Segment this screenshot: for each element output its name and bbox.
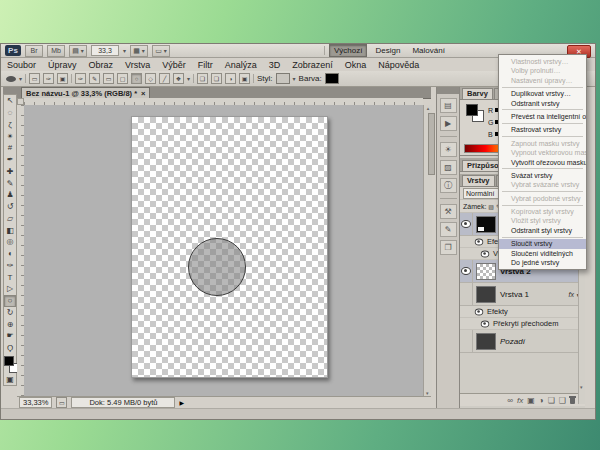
- ellipse-shape-tool[interactable]: ○: [4, 295, 16, 307]
- menu-3d[interactable]: 3D: [263, 60, 287, 70]
- dock-tool-presets-icon[interactable]: ⚒: [440, 204, 457, 219]
- menu-vyber[interactable]: Výběr: [156, 60, 192, 70]
- layer-thumbnail[interactable]: [476, 216, 496, 233]
- exclude-shape-icon[interactable]: ▣: [239, 73, 250, 84]
- menu-obraz[interactable]: Obraz: [83, 60, 120, 70]
- magic-wand-tool[interactable]: ✴: [4, 130, 16, 142]
- dock-info-icon[interactable]: ⓘ: [440, 178, 457, 193]
- menu-okna[interactable]: Okna: [339, 60, 373, 70]
- mini-bridge-button[interactable]: Mb: [47, 45, 65, 57]
- menu-item-svazat-vrstvy[interactable]: Svázat vrstvy: [499, 171, 586, 180]
- tool-preset-dropdown-icon[interactable]: ▾: [19, 75, 22, 82]
- fill-pixels-mode-icon[interactable]: ▣: [57, 73, 68, 84]
- menu-item-slouceni-viditelnych[interactable]: Sloučení viditelných: [499, 249, 586, 258]
- crop-tool[interactable]: #: [4, 142, 16, 154]
- scroll-up-icon[interactable]: ▴: [427, 105, 430, 111]
- polygon-tool-icon[interactable]: ◇: [145, 73, 156, 84]
- eyedropper-tool[interactable]: ✒: [4, 154, 16, 166]
- layer-name[interactable]: Pozadí: [500, 337, 525, 346]
- eye-icon[interactable]: [481, 250, 490, 257]
- menu-filtr[interactable]: Filtr: [192, 60, 219, 70]
- screen-mode-button[interactable]: ▭ ▾: [152, 45, 170, 57]
- move-tool[interactable]: ↖: [4, 95, 16, 107]
- eye-icon[interactable]: [475, 238, 484, 245]
- eye-icon[interactable]: [481, 320, 490, 327]
- healing-brush-tool[interactable]: ✚: [4, 166, 16, 178]
- menu-item-prevest-na-inteligentni-objekt[interactable]: Převést na inteligentní objekt: [499, 112, 586, 121]
- shape-dropdown-icon[interactable]: ▾: [187, 75, 190, 82]
- style-swatch[interactable]: [276, 73, 290, 84]
- style-dropdown-icon[interactable]: ▾: [293, 75, 296, 82]
- menu-zobrazeni[interactable]: Zobrazení: [286, 60, 339, 70]
- effects-header-row[interactable]: Efekty: [460, 306, 585, 318]
- ellipse-tool-icon[interactable]: ○: [131, 73, 142, 84]
- workspace-malovani-button[interactable]: Malování: [408, 45, 448, 56]
- workspace-design-button[interactable]: Design: [371, 45, 404, 56]
- rounded-rectangle-tool-icon[interactable]: ▢: [117, 73, 128, 84]
- dock-grip[interactable]: [437, 87, 459, 94]
- menu-item-sloucit-vrstvy[interactable]: Sloučit vrstvy: [499, 239, 586, 248]
- subtract-from-shape-icon[interactable]: ❏: [211, 73, 222, 84]
- foreground-swatch[interactable]: [466, 104, 478, 116]
- menu-napoveda[interactable]: Nápověda: [372, 60, 425, 70]
- brush-tool[interactable]: ✎: [4, 177, 16, 189]
- quick-mask-mode-button[interactable]: ▣: [4, 373, 16, 385]
- custom-shape-tool-icon[interactable]: ❖: [173, 73, 184, 84]
- menu-item-odstranit-styl-vrstvy[interactable]: Odstranit styl vrstvy: [499, 226, 586, 235]
- paths-mode-icon[interactable]: ✑: [43, 73, 54, 84]
- 3d-orbit-tool[interactable]: ⊕: [4, 318, 16, 330]
- lasso-tool[interactable]: ζ: [4, 119, 16, 131]
- add-mask-icon[interactable]: ▣: [527, 396, 535, 405]
- shape-color-swatch[interactable]: [325, 73, 339, 84]
- launch-bridge-button[interactable]: Br: [25, 45, 43, 57]
- menu-upravy[interactable]: Úpravy: [42, 60, 83, 70]
- line-tool-icon[interactable]: ╱: [159, 73, 170, 84]
- toolbox-grip[interactable]: [3, 87, 17, 94]
- type-tool[interactable]: T: [4, 271, 16, 283]
- tab-barvy[interactable]: Barvy: [462, 88, 493, 99]
- layer-row-pozadi[interactable]: Pozadí: [460, 330, 585, 353]
- gradient-tool[interactable]: ◧: [4, 224, 16, 236]
- document-tab[interactable]: Bez názvu-1 @ 33,3% (RGB/8) * ×: [21, 87, 150, 98]
- freeform-pen-icon[interactable]: ✎: [89, 73, 100, 84]
- document-tab-close-icon[interactable]: ×: [141, 89, 145, 98]
- pen-tool-icon[interactable]: ✑: [75, 73, 86, 84]
- scrollbar-thumb[interactable]: [428, 113, 435, 175]
- add-to-shape-icon[interactable]: ❑: [197, 73, 208, 84]
- arrange-documents-button[interactable]: ▦ ▾: [130, 45, 148, 57]
- pen-tool[interactable]: ✑: [4, 260, 16, 272]
- panel-scroll-down-icon[interactable]: ▾: [580, 384, 583, 390]
- dock-brush-icon[interactable]: ✎: [440, 222, 457, 237]
- menu-item-vytvorit-orezovou-masku[interactable]: Vytvořit ořezovou masku: [499, 158, 586, 167]
- status-flyout-icon[interactable]: ▶: [179, 399, 184, 406]
- blur-tool[interactable]: ◎: [4, 236, 16, 248]
- visibility-cell[interactable]: [460, 213, 473, 235]
- layer-thumbnail[interactable]: [476, 333, 496, 350]
- dock-actions-icon[interactable]: ▶: [440, 116, 457, 131]
- link-layers-icon[interactable]: ∞: [507, 396, 513, 405]
- zoom-tool[interactable]: Ϙ: [4, 342, 16, 354]
- menu-item-odstranit-vrstvy[interactable]: Odstranit vrstvy: [499, 99, 586, 108]
- dock-adjustments-icon[interactable]: ☀: [440, 142, 457, 157]
- canvas-viewport[interactable]: [24, 105, 423, 396]
- lock-transparency-icon[interactable]: ▨: [488, 203, 494, 210]
- menu-item-do-jedne-vrstvy[interactable]: Do jedné vrstvy: [499, 258, 586, 267]
- dodge-tool[interactable]: ◖: [4, 248, 16, 260]
- visibility-cell[interactable]: [460, 283, 473, 305]
- visibility-cell[interactable]: [460, 330, 473, 352]
- layer-thumbnail[interactable]: [476, 286, 496, 303]
- eye-icon[interactable]: [475, 308, 484, 315]
- menu-analyza[interactable]: Analýza: [219, 60, 263, 70]
- layer-name[interactable]: Vrstva 1: [500, 290, 529, 299]
- rectangle-tool-icon[interactable]: ▭: [103, 73, 114, 84]
- layer-style-icon[interactable]: fx: [517, 396, 523, 405]
- dock-masks-icon[interactable]: ▨: [440, 160, 457, 175]
- dock-history-icon[interactable]: ▤: [440, 98, 457, 113]
- adjustment-layer-icon[interactable]: ◑: [539, 396, 544, 405]
- new-group-icon[interactable]: ❏: [548, 396, 555, 405]
- view-extras-button[interactable]: ▤ ▾: [69, 45, 87, 57]
- canvas-vertical-scrollbar[interactable]: ▴ ▾: [423, 105, 432, 396]
- eye-icon[interactable]: [461, 220, 471, 228]
- path-selection-tool[interactable]: ▷: [4, 283, 16, 295]
- layer-thumbnail[interactable]: [476, 263, 496, 280]
